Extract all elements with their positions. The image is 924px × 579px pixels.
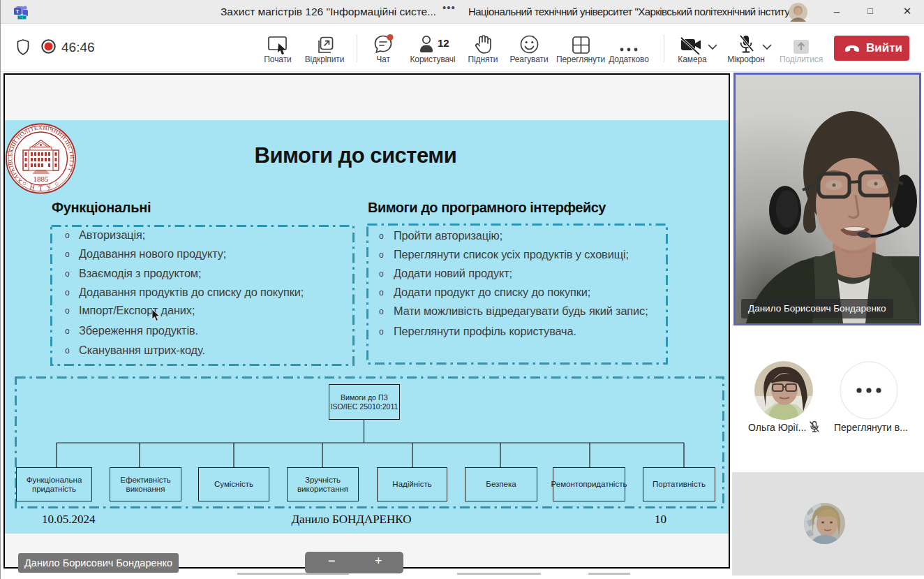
svg-text:T: T — [16, 8, 20, 15]
svg-text:12: 12 — [438, 37, 449, 49]
svg-text:NEW: NEW — [18, 15, 27, 20]
svg-text:1885: 1885 — [33, 175, 50, 183]
